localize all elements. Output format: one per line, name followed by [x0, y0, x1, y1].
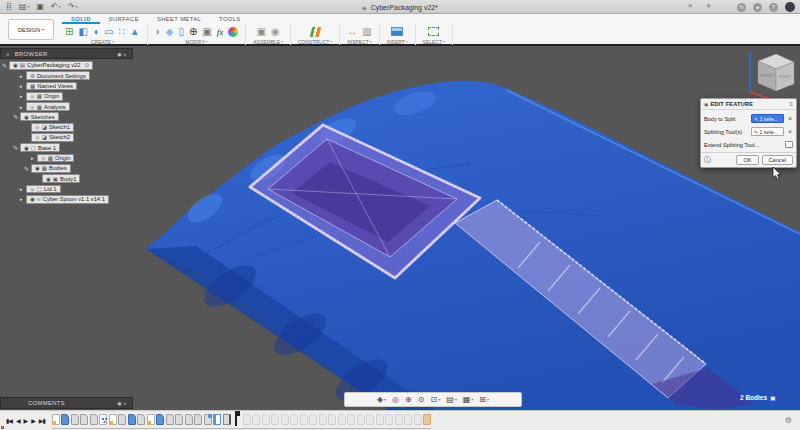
selection-field[interactable]: ↖1 sele... — [751, 114, 784, 123]
model-cyberpackaging[interactable] — [0, 46, 800, 410]
browser-item-chip[interactable]: ⚙Document Settings — [26, 71, 90, 80]
user-avatar[interactable] — [785, 2, 795, 12]
browser-item-chip[interactable]: ◉◪Sketch2 — [31, 133, 74, 142]
step-forward-button[interactable]: ▶ — [31, 417, 35, 424]
go-to-start-button[interactable]: ▮◀ — [6, 417, 12, 424]
workspace-switcher[interactable]: DESIGN ▾ — [8, 19, 54, 40]
group-label-create[interactable]: CREATE▾ — [91, 39, 114, 45]
browser-item-named-views[interactable]: ▸▦Named Views — [2, 82, 109, 91]
orbit-icon[interactable]: ◈▾ — [377, 395, 386, 404]
go-to-end-button[interactable]: ▶▮ — [39, 417, 45, 424]
clear-selection-icon[interactable]: × — [787, 115, 793, 122]
browser-item-chip[interactable]: ◉▤CyberPackaging v22⊙ — [9, 61, 93, 70]
app-grid-icon[interactable]: ⣿ — [6, 2, 12, 12]
move-icon[interactable]: ⊕ — [189, 26, 197, 38]
timeline-feature-ghost-suppressed[interactable] — [319, 414, 327, 425]
collapse-icon[interactable]: « — [6, 51, 10, 57]
timeline-feature-solid[interactable] — [194, 414, 202, 425]
selection-field[interactable]: ↖1 sele... — [751, 127, 784, 136]
timeline-feature-split[interactable] — [223, 414, 231, 425]
timeline-playhead[interactable] — [233, 412, 240, 427]
new-component-icon[interactable]: ▣ — [257, 26, 266, 38]
visibility-eye-icon[interactable]: ◉ — [13, 62, 18, 68]
timeline-feature-solid[interactable] — [166, 414, 174, 425]
group-label-construct[interactable]: CONSTRUCT▾ — [298, 39, 332, 45]
zoom-icon[interactable]: ⊙ — [418, 395, 425, 404]
timeline-feature-ghost-suppressed[interactable] — [414, 414, 422, 425]
timeline-feature-ghost-suppressed[interactable] — [281, 414, 289, 425]
visibility-eye-icon[interactable]: ◉ — [35, 165, 40, 171]
tab-surface[interactable]: SURFACE — [100, 14, 148, 24]
create-sketch-icon[interactable]: ⊞ — [65, 26, 73, 38]
browser-item-origin[interactable]: ▸◉▦Origin — [2, 154, 109, 163]
browser-item-lid-1[interactable]: ▸◉▢Lid 1 — [2, 185, 109, 194]
timeline-feature-solid[interactable] — [185, 414, 193, 425]
browser-item-bodies[interactable]: ✎◉▦Bodies — [2, 164, 109, 173]
visibility-eye-icon[interactable]: ◉ — [46, 176, 51, 182]
timeline-feature-solid[interactable] — [80, 414, 88, 425]
tab-solid[interactable]: SOLID — [62, 14, 100, 24]
timeline-feature-solid[interactable] — [118, 414, 126, 425]
visibility-eye-icon[interactable]: ◉ — [35, 124, 40, 130]
notifications-icon[interactable]: ● — [753, 3, 762, 12]
look-at-icon[interactable]: ◎ — [392, 395, 399, 404]
timeline-feature-extrude[interactable] — [61, 414, 69, 425]
timeline-feature-ghost-suppressed[interactable] — [300, 414, 308, 425]
form-icon[interactable]: ◖ — [93, 26, 99, 38]
comments-panel-header[interactable]: COMMENTS ◉ ▸ — [0, 397, 133, 409]
timeline-feature-solid[interactable] — [90, 414, 98, 425]
undo-icon[interactable]: ↶▾ — [51, 2, 61, 12]
file-icon[interactable]: ▤▾ — [19, 2, 30, 12]
timeline-feature-ghost-suppressed[interactable] — [376, 414, 384, 425]
browser-item-chip[interactable]: ▦Named Views — [26, 82, 77, 91]
timeline-feature-ghost-suppressed[interactable] — [243, 414, 251, 425]
appearance-icon[interactable] — [228, 27, 238, 37]
browser-item-chip[interactable]: ◉▢Base 1 — [20, 143, 60, 152]
timeline-feature-ghost-suppressed[interactable] — [262, 414, 270, 425]
group-label-inspect[interactable]: INSPECT▾ — [347, 39, 371, 45]
section-analysis-icon[interactable]: ▥ — [362, 26, 371, 38]
shell-icon[interactable]: ▯ — [178, 26, 184, 38]
visibility-eye-icon[interactable]: ◉ — [30, 104, 35, 110]
browser-item-chip[interactable]: ◉▦Bodies — [31, 164, 71, 173]
browser-item-cyber-spoon-v1-1-v14-1[interactable]: ▸◉∞Cyber Spoon v1.1 v14:1 — [2, 195, 109, 204]
browser-item-body1[interactable]: ◉▣Body1 — [2, 174, 109, 183]
insert-image-icon[interactable] — [391, 27, 403, 36]
grid-snaps-icon[interactable]: ▦▾ — [463, 395, 474, 404]
timeline-feature-ghost-suppressed[interactable] — [252, 414, 260, 425]
visibility-eye-icon[interactable]: ◉ — [30, 196, 35, 202]
visibility-eye-icon[interactable]: ◉ — [30, 186, 35, 192]
timeline-feature-group-suppressed[interactable] — [423, 414, 431, 425]
fit-icon[interactable]: ⊡▾ — [430, 395, 440, 404]
timeline-feature-extrude[interactable] — [128, 414, 136, 425]
browser-item-chip[interactable]: ◉▢Lid 1 — [26, 185, 61, 194]
timeline-feature-ghost-suppressed[interactable] — [309, 414, 317, 425]
browser-item-chip[interactable]: ◉▣Body1 — [42, 174, 80, 183]
visibility-eye-icon[interactable]: ◉ — [24, 145, 29, 151]
joint-icon[interactable]: ◉ — [271, 26, 280, 38]
dialog-menu-icon[interactable]: ≡ — [789, 101, 793, 107]
construct-plane-icon[interactable] — [309, 27, 320, 37]
checkbox[interactable] — [785, 141, 793, 148]
tab-tools[interactable]: TOOLS — [210, 14, 250, 24]
parameters-icon[interactable]: fx — [217, 26, 224, 38]
timeline-feature-ghost-suppressed[interactable] — [271, 414, 279, 425]
save-icon[interactable]: ▣ — [36, 2, 44, 12]
visibility-eye-icon[interactable]: ◉ — [24, 114, 29, 120]
timeline-feature-sketch[interactable] — [52, 414, 60, 425]
group-label-assemble[interactable]: ASSEMBLE▾ — [253, 39, 283, 45]
cancel-button[interactable]: Cancel — [762, 155, 793, 165]
timeline-feature-solid[interactable] — [175, 414, 183, 425]
browser-item-cyberpackaging-v22[interactable]: ✎◉▤CyberPackaging v22⊙ — [2, 61, 109, 70]
browser-item-analysis[interactable]: ▸◉▦Analysis — [2, 102, 109, 111]
info-icon[interactable]: ⓘ — [704, 155, 711, 165]
job-status-icon[interactable]: ↻ — [737, 3, 746, 12]
browser-item-sketch1[interactable]: ◉◪Sketch1 — [2, 123, 109, 132]
browser-item-sketches[interactable]: ✎◉Sketches — [2, 112, 109, 121]
loft-icon[interactable]: ▲ — [130, 26, 140, 38]
clear-selection-icon[interactable]: × — [787, 128, 793, 135]
browser-panel-header[interactable]: « BROWSER ◉ ▸ — [0, 48, 133, 59]
new-tab-icon[interactable]: + — [706, 1, 711, 11]
panel-arrow-icon[interactable]: ▸ — [124, 51, 127, 57]
pattern-icon[interactable]: ∷ — [118, 26, 124, 38]
